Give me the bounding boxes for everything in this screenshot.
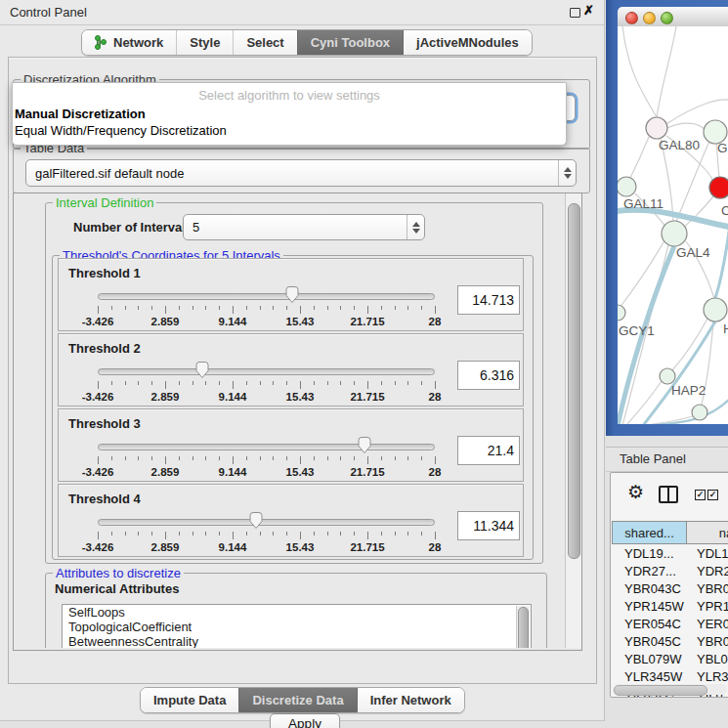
threshold-row-2: Threshold 2-3.4262.8599.14415.4321.71528 <box>58 333 524 407</box>
column-header-name[interactable]: na <box>686 521 728 544</box>
table-row[interactable]: YBR045CYBR0 <box>612 633 728 651</box>
cell-shared-name: YPR145W <box>624 599 684 614</box>
node-cut-bottom[interactable] <box>692 405 707 420</box>
table-row[interactable]: YBR043CYBR0 <box>612 580 728 598</box>
column-header-shared-name[interactable]: shared... <box>612 521 687 544</box>
checkbox-icon[interactable]: ✓ <box>707 490 718 500</box>
settings-vertical-scrollbar[interactable] <box>565 193 581 648</box>
float-window-icon[interactable] <box>570 8 580 18</box>
minimize-traffic-light-icon[interactable] <box>643 12 656 24</box>
popup-option-manual-discretization[interactable]: Manual Discretization <box>13 106 566 122</box>
tab-impute-data[interactable]: Impute Data <box>141 688 238 712</box>
cell-name: YPR1 <box>697 599 728 614</box>
attribute-item[interactable]: TopologicalCoefficient <box>63 620 531 634</box>
slider-scale-label: 9.144 <box>219 541 247 553</box>
threshold-slider[interactable]: -3.4262.8599.14415.4321.71528 <box>98 285 435 328</box>
table-panel-title: Table Panel <box>620 451 686 466</box>
threshold-value-input[interactable] <box>457 285 520 315</box>
label-gal80: GAL80 <box>659 138 700 152</box>
tab-cyni-toolbox[interactable]: Cyni Toolbox <box>297 30 403 55</box>
close-traffic-light-icon[interactable] <box>625 12 638 24</box>
node-gal80[interactable] <box>646 117 667 139</box>
table-row[interactable]: YDR27...YDR2 <box>612 563 728 580</box>
tab-network[interactable]: Network <box>82 30 176 55</box>
slider-scale-label: 2.859 <box>151 541 180 553</box>
control-panel-titlebar: Control Panel ✗ <box>0 0 604 25</box>
table-row[interactable]: YPR145WYPR1 <box>612 598 728 616</box>
network-nodes[interactable] <box>618 117 728 420</box>
slider-scale-labels: -3.4262.8599.14415.4321.71528 <box>98 541 435 553</box>
tab-discretize-data[interactable]: Discretize Data <box>238 688 356 712</box>
close-icon[interactable]: ✗ <box>583 3 594 18</box>
zoom-traffic-light-icon[interactable] <box>661 12 673 24</box>
node-gcy1[interactable] <box>618 305 625 321</box>
threshold-slider[interactable]: -3.4262.8599.14415.4321.71528 <box>98 361 435 404</box>
node-gal4[interactable] <box>662 221 687 246</box>
tab-label: Impute Data <box>153 693 226 707</box>
label-gal4: GAL4 <box>676 245 710 260</box>
cell-name: YBL0 <box>697 652 728 666</box>
node-hap2[interactable] <box>660 368 675 384</box>
threshold-value-input[interactable] <box>457 511 520 540</box>
table-hscrollbar-thumb[interactable] <box>614 685 707 696</box>
label-hap2: HAP2 <box>671 383 706 398</box>
slider-thumb[interactable] <box>357 436 372 454</box>
combo-spinner-icon <box>558 160 576 186</box>
table-horizontal-scrollbar[interactable] <box>613 684 727 695</box>
checkbox-icon[interactable]: ✓ <box>695 490 706 500</box>
threshold-value-input[interactable] <box>457 361 520 390</box>
node-selected-red[interactable] <box>709 177 728 198</box>
attributes-list-scrollbar[interactable] <box>516 606 530 648</box>
tab-style[interactable]: Style <box>176 30 233 55</box>
cell-shared-name: YDR27... <box>624 564 676 578</box>
apply-button[interactable]: Apply <box>270 713 340 728</box>
slider-scale-labels: -3.4262.8599.14415.4321.71528 <box>98 391 435 403</box>
table-row[interactable]: YDL19...YDL1 <box>612 545 728 563</box>
interval-definition-title: Interval Definition <box>53 195 156 210</box>
settings-viewport: Interval Definition Number of Intervals … <box>14 193 565 648</box>
node-gal11[interactable] <box>618 177 636 196</box>
table-row[interactable]: YBL079WYBL0 <box>612 651 728 668</box>
table-panel: ⚙ ✓ ✓ shared... na YDL19...YDL1YDR27...Y… <box>610 472 728 698</box>
label-gal11: GAL11 <box>623 196 664 211</box>
attributes-group-title: Attributes to discretize <box>53 566 184 580</box>
cell-shared-name: YBR043C <box>624 581 681 596</box>
tab-select[interactable]: Select <box>233 30 296 55</box>
cell-shared-name: YBR045C <box>624 634 681 649</box>
threshold-value-input[interactable] <box>457 436 520 465</box>
tab-infer-network[interactable]: Infer Network <box>357 688 464 712</box>
algorithm-placeholder-option[interactable]: Select algorithm to view settings <box>13 86 566 106</box>
number-of-intervals-combobox[interactable]: 5 <box>183 214 425 240</box>
tab-label: Infer Network <box>370 693 451 707</box>
tab-label: Network <box>113 35 163 50</box>
numerical-attributes-list[interactable]: SelfLoopsTopologicalCoefficientBetweenne… <box>62 604 532 648</box>
settings-scrollbar-thumb[interactable] <box>568 203 580 559</box>
popup-option-equal-width-frequency-discretization[interactable]: Equal Width/Frequency Discretization <box>13 122 566 139</box>
slider-thumb[interactable] <box>248 511 264 530</box>
slider-scale-label: 9.144 <box>219 466 247 478</box>
slider-scale-labels: -3.4262.8599.14415.4321.71528 <box>98 466 435 478</box>
cell-name: YBR0 <box>697 634 728 649</box>
network-canvas[interactable]: GAL80 G. GAL11 C GAL4 GCY1 H HAP2 <box>618 26 728 424</box>
table-header-row: shared... na <box>612 521 728 544</box>
column-layout-icon[interactable] <box>659 486 678 503</box>
slider-scale-label: 28 <box>429 541 442 553</box>
attribute-item[interactable]: BetweennessCentrality <box>63 634 531 648</box>
slider-track <box>98 444 435 450</box>
gear-icon[interactable]: ⚙ <box>627 482 644 503</box>
tab-jactivemnodules[interactable]: jActiveMNodules <box>403 30 532 55</box>
slider-scale-label: 28 <box>429 466 442 478</box>
slider-thumb[interactable] <box>194 361 210 379</box>
attributes-scrollbar-thumb[interactable] <box>518 607 529 648</box>
threshold-slider[interactable]: -3.4262.8599.14415.4321.71528 <box>98 511 435 554</box>
table-row[interactable]: YER054CYER0 <box>612 616 728 633</box>
threshold-slider[interactable]: -3.4262.8599.14415.4321.71528 <box>98 436 435 479</box>
label-gcy1: GCY1 <box>619 323 655 338</box>
bottom-tab-bar: Impute DataDiscretize DataInfer Network <box>140 687 465 713</box>
cell-name: YBR0 <box>697 581 728 596</box>
node-cut-right[interactable] <box>704 298 727 321</box>
threshold-label: Threshold 3 <box>68 416 141 431</box>
table-data-combobox[interactable]: galFiltered.sif default node <box>25 159 577 187</box>
attribute-item[interactable]: SelfLoops <box>63 605 531 620</box>
slider-thumb[interactable] <box>284 285 300 304</box>
